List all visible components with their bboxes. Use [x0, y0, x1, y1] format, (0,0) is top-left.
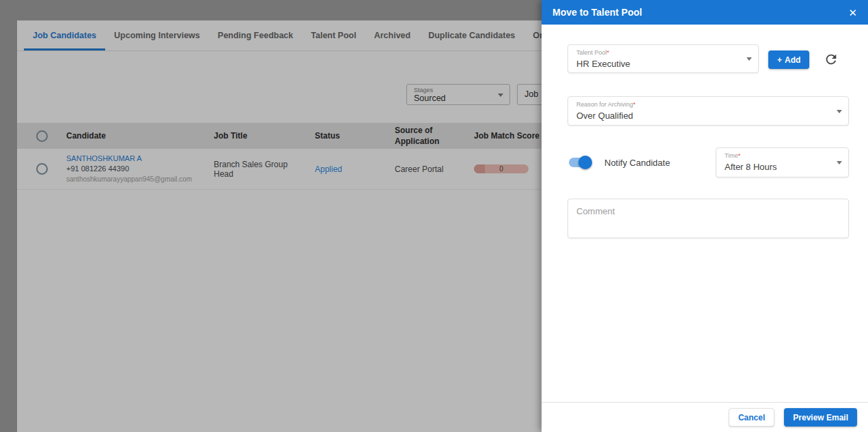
notify-candidate-row: Notify Candidate [568, 154, 670, 171]
required-asterisk: * [633, 101, 636, 108]
plus-icon: + [777, 55, 782, 65]
preview-email-button[interactable]: Preview Email [784, 408, 857, 427]
dropdown-caret-icon [746, 57, 752, 61]
notify-candidate-toggle[interactable] [568, 156, 592, 169]
reason-label: Reason for Archiving* [576, 101, 830, 109]
dropdown-caret-icon [837, 110, 842, 113]
screen: Job Candidates Upcoming Interviews Pendi… [0, 0, 868, 432]
talent-pool-label: Talent Pool* [576, 49, 740, 57]
cancel-button[interactable]: Cancel [729, 408, 774, 427]
add-talent-pool-button[interactable]: + Add [768, 51, 809, 69]
talent-pool-value: HR Executive [576, 58, 740, 70]
time-select[interactable]: Time* After 8 Hours [716, 147, 849, 177]
reason-value: Over Qualified [576, 110, 830, 121]
reason-for-archiving-select[interactable]: Reason for Archiving* Over Qualified [568, 96, 849, 126]
toggle-thumb [578, 156, 592, 169]
move-to-talent-pool-modal: Move to Talent Pool ✕ Talent Pool* HR Ex… [542, 0, 868, 432]
comment-input[interactable] [568, 199, 849, 238]
time-value: After 8 Hours [725, 161, 830, 173]
refresh-icon[interactable] [823, 52, 839, 68]
modal-body: Talent Pool* HR Executive + Add Reason f… [542, 25, 868, 402]
talent-pool-select[interactable]: Talent Pool* HR Executive [568, 44, 759, 73]
required-asterisk: * [607, 49, 610, 56]
modal-title: Move to Talent Pool [552, 7, 642, 18]
modal-header: Move to Talent Pool ✕ [542, 0, 868, 25]
dropdown-caret-icon [837, 161, 842, 164]
notify-candidate-label: Notify Candidate [604, 158, 670, 168]
required-asterisk: * [738, 152, 741, 159]
modal-footer: Cancel Preview Email [542, 402, 868, 432]
time-label: Time* [725, 152, 830, 160]
close-icon[interactable]: ✕ [848, 8, 857, 18]
add-button-label: Add [785, 55, 800, 65]
